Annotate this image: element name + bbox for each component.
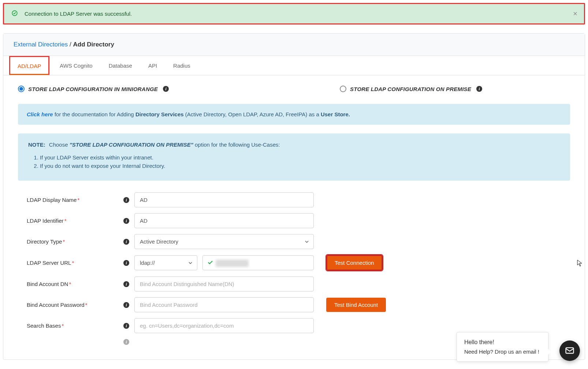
protocol-select[interactable]: ldap://: [134, 255, 197, 270]
documentation-box: Click here for the documentation for Add…: [18, 104, 570, 125]
ldap-display-name-input[interactable]: [134, 192, 314, 207]
redacted-value: [216, 260, 249, 267]
doc-link[interactable]: Click here: [27, 111, 53, 117]
test-bind-button[interactable]: Test Bind Account: [326, 298, 386, 312]
bind-dn-input[interactable]: [134, 276, 314, 291]
breadcrumb-link[interactable]: External Directories: [14, 41, 68, 48]
alert-success: Connection to LDAP Server was successful…: [3, 3, 585, 25]
content: STORE LDAP CONFIGURATION IN MINIORANGE i…: [3, 75, 585, 359]
info-icon[interactable]: i: [123, 339, 129, 345]
list-item: If you do not want to expose your Intern…: [40, 163, 560, 169]
field-bind-password: Bind Account Password* i Test Bind Accou…: [18, 297, 570, 312]
tab-api[interactable]: API: [142, 56, 163, 75]
radio-store-onpremise[interactable]: STORE LDAP CONFIGURATION ON PREMISE i: [340, 86, 482, 92]
field-display-name: LDAP Display Name* i: [18, 192, 570, 207]
directory-type-select[interactable]: Active Directory: [134, 234, 314, 249]
info-icon[interactable]: i: [123, 323, 129, 329]
field-identifier: LDAP Identifier* i: [18, 213, 570, 228]
info-icon[interactable]: i: [123, 218, 129, 224]
tab-aws-cognito[interactable]: AWS Cognito: [54, 56, 98, 75]
bind-password-input[interactable]: [134, 297, 314, 312]
breadcrumb: External Directories / Add Directory: [3, 34, 585, 56]
info-icon[interactable]: i: [123, 302, 129, 308]
field-directory-type: Directory Type* i Active Directory: [18, 234, 570, 249]
tabs: AD/LDAP AWS Cognito Database API Radius: [3, 56, 585, 75]
tab-database[interactable]: Database: [103, 56, 138, 75]
breadcrumb-current: Add Directory: [73, 41, 114, 48]
info-icon[interactable]: i: [123, 197, 129, 203]
config-location-radio-group: STORE LDAP CONFIGURATION IN MINIORANGE i…: [18, 84, 570, 94]
alert-text: Connection to LDAP Server was successful…: [25, 11, 132, 17]
ldap-identifier-input[interactable]: [134, 213, 314, 228]
list-item: If your LDAP Server exists within your i…: [40, 154, 560, 161]
search-bases-input[interactable]: [134, 318, 314, 333]
main-panel: External Directories / Add Directory AD/…: [3, 33, 585, 360]
radio-icon: [18, 86, 25, 92]
tab-ad-ldap[interactable]: AD/LDAP: [9, 56, 49, 75]
check-icon: [207, 259, 213, 267]
tab-radius[interactable]: Radius: [167, 56, 196, 75]
field-bind-dn: Bind Account DN* i: [18, 276, 570, 291]
info-icon[interactable]: i: [123, 239, 129, 245]
info-icon[interactable]: i: [163, 86, 169, 92]
field-search-bases: Search Bases* i: [18, 318, 570, 333]
radio-store-miniorange[interactable]: STORE LDAP CONFIGURATION IN MINIORANGE i: [18, 86, 169, 92]
radio-icon: [340, 86, 346, 92]
check-circle-icon: [11, 10, 18, 18]
info-icon[interactable]: i: [476, 86, 482, 92]
note-list: If your LDAP Server exists within your i…: [40, 154, 560, 169]
svg-rect-1: [566, 348, 574, 353]
info-icon[interactable]: i: [123, 260, 129, 266]
test-connection-button[interactable]: Test Connection: [326, 255, 383, 271]
close-icon[interactable]: ×: [573, 10, 577, 18]
info-icon[interactable]: i: [123, 281, 129, 287]
chat-tooltip: Hello there! Need Help? Drop us an email…: [457, 332, 548, 360]
cursor-icon: [577, 260, 583, 269]
note-box: NOTE: Choose "STORE LDAP CONFIGURATION O…: [18, 133, 570, 181]
field-server-url: LDAP Server URL* i ldap:// Test Connecti…: [18, 255, 570, 271]
chat-fab-button[interactable]: [559, 340, 580, 360]
